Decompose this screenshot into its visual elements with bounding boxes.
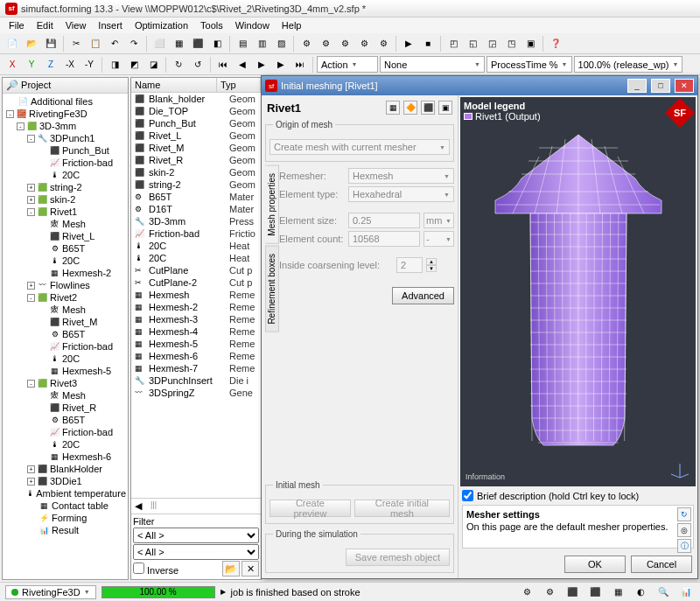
list-item[interactable]: ⬛Rivet_RGeom (131, 154, 261, 166)
menu-window[interactable]: Window (230, 19, 275, 31)
help-icon[interactable]: ❓ (547, 35, 564, 52)
tree-node[interactable]: ⬛Rivet_L (4, 230, 126, 242)
stop-icon[interactable]: ■ (419, 35, 437, 52)
tree-node[interactable]: -🔧3DPunch1 (4, 132, 126, 144)
list-item[interactable]: 🔧3DPunchInsertDie i (131, 374, 261, 387)
win2-icon[interactable]: ◱ (464, 35, 481, 52)
tree-node[interactable]: ⬛Rivet_M (4, 316, 126, 328)
list-item[interactable]: ⬛Punch_ButGeom (131, 117, 261, 129)
first-icon[interactable]: ⏮ (214, 56, 232, 73)
tree-node[interactable]: ⚡Forming (4, 512, 126, 524)
cut-icon[interactable]: ✂ (67, 35, 85, 52)
list-item[interactable]: 〰3DSpringZGene (131, 387, 261, 399)
mesh-viewport[interactable]: Model legend Rivet1 (Output) SF Informat… (460, 97, 696, 486)
win5-icon[interactable]: ▣ (522, 35, 539, 52)
tree-node[interactable]: -🟩3D-3mm (4, 120, 126, 132)
mesh3-icon[interactable]: ▨ (272, 35, 290, 52)
tab-mesh-properties[interactable]: Mesh properties (265, 165, 279, 244)
cancel-button[interactable]: Cancel (631, 556, 692, 573)
tree-node[interactable]: 🕸Mesh (4, 304, 126, 316)
mesh2-icon[interactable]: ▥ (253, 35, 270, 52)
save-remesh-button[interactable]: Save remesh object (346, 549, 450, 566)
tab-refinement-boxes[interactable]: Refinement boxes (265, 246, 279, 332)
axis-x-icon[interactable]: X (4, 56, 21, 73)
list-item[interactable]: ⬛Die_TOPGeom (131, 105, 261, 117)
tree-node[interactable]: +⬛BlankHolder (4, 463, 126, 475)
tree-node[interactable]: ▦Hexmesh-2 (4, 267, 126, 279)
col-type[interactable]: Typ (217, 78, 261, 92)
copy-icon[interactable]: 📋 (87, 35, 104, 52)
list-item[interactable]: 🌡20CHeat (131, 240, 261, 252)
field-combo[interactable]: None▼ (380, 56, 485, 73)
play-icon[interactable]: ▶ (253, 56, 270, 73)
maximize-button[interactable]: □ (651, 79, 670, 93)
view4-icon[interactable]: ◧ (208, 35, 226, 52)
view3-icon[interactable]: ⬛ (189, 35, 206, 52)
redo-icon[interactable]: ↷ (125, 35, 143, 52)
help-info-icon[interactable]: ⓘ (677, 539, 691, 553)
undo-icon[interactable]: ↶ (106, 35, 123, 52)
list-item[interactable]: ⬛skin-2Geom (131, 166, 261, 178)
obj-btn3-icon[interactable]: ⬛ (421, 101, 435, 115)
tree-node[interactable]: ▦Hexmesh-5 (4, 365, 126, 377)
iso1-icon[interactable]: ◨ (106, 56, 123, 73)
tree-node[interactable]: 🌡20C (4, 353, 126, 365)
tree-node[interactable]: ⬛Punch_But (4, 144, 126, 157)
axis-ny-icon[interactable]: -Y (80, 56, 98, 73)
tree-node[interactable]: -🧱RivetingFe3D (4, 108, 126, 120)
tree-node[interactable]: -🟩Rivet1 (4, 206, 126, 218)
menu-help[interactable]: Help (276, 19, 307, 31)
list-item[interactable]: ▦HexmeshReme (131, 289, 261, 301)
tree-node[interactable]: -🟩Rivet2 (4, 291, 126, 304)
filter-select2[interactable]: < All > (133, 544, 259, 560)
list-item[interactable]: ▦Hexmesh-4Reme (131, 325, 261, 338)
create-preview-button[interactable]: Create preview (270, 500, 351, 517)
cfg4-icon[interactable]: ⚙ (355, 35, 373, 52)
sb-icon1[interactable]: ⚙ (518, 584, 536, 601)
tree-node[interactable]: ⚙B65T (4, 414, 126, 426)
rot1-icon[interactable]: ↻ (170, 56, 187, 73)
filter-select1[interactable]: < All > (133, 528, 259, 543)
sb-icon3[interactable]: ⬛ (564, 584, 581, 601)
filter-apply-icon[interactable]: 📂 (222, 561, 240, 577)
dialog-title-bar[interactable]: sf Initial meshing [Rivet1] _ □ ✕ (262, 76, 697, 95)
obj-btn4-icon[interactable]: ▣ (438, 101, 452, 115)
list-item[interactable]: ⬛Rivet_LGeom (131, 129, 261, 142)
menu-insert[interactable]: Insert (93, 19, 128, 31)
ok-button[interactable]: OK (564, 556, 626, 573)
coarse-spin[interactable]: 2 (396, 257, 423, 273)
menu-tools[interactable]: Tools (195, 19, 228, 31)
win1-icon[interactable]: ◰ (444, 35, 462, 52)
object-list[interactable]: ⬛Blank_holderGeom⬛Die_TOPGeom⬛Punch_ButG… (131, 93, 261, 498)
win3-icon[interactable]: ◲ (483, 35, 500, 52)
sb-icon7[interactable]: 🔍 (654, 584, 672, 601)
menu-edit[interactable]: Edit (32, 19, 59, 31)
view1-icon[interactable]: ⬜ (150, 35, 168, 52)
list-item[interactable]: ▦Hexmesh-3Reme (131, 313, 261, 325)
next-icon[interactable]: ▶ (272, 56, 290, 73)
win4-icon[interactable]: ◳ (502, 35, 520, 52)
save-icon[interactable]: 💾 (42, 35, 60, 52)
field2-combo[interactable]: ProcessTime %▼ (486, 56, 572, 73)
open-icon[interactable]: 📂 (23, 35, 40, 52)
run-icon[interactable]: ▶ (400, 35, 417, 52)
tree-node[interactable]: ⬛Rivet_R (4, 402, 126, 414)
zoom-combo[interactable]: 100.0% (release_wp)▼ (574, 56, 683, 73)
tree-node[interactable]: +⬛3DDie1 (4, 475, 126, 487)
sb-icon4[interactable]: ⬛ (586, 584, 604, 601)
axis-y-icon[interactable]: Y (23, 56, 40, 73)
tree-node[interactable]: 📈Friction-bad (4, 426, 126, 438)
menu-view[interactable]: View (60, 19, 92, 31)
tree-node[interactable]: 🌡20C (4, 438, 126, 451)
create-initial-mesh-button[interactable]: Create initial mesh (354, 500, 450, 517)
status-process[interactable]: RivetingFe3D ▼ (5, 585, 96, 599)
tree-node[interactable]: +🟩string-2 (4, 181, 126, 193)
list-item[interactable]: 📈Friction-badFrictio (131, 227, 261, 240)
list-item[interactable]: ⬛string-2Geom (131, 178, 261, 191)
sb-icon5[interactable]: ▦ (609, 584, 626, 601)
menu-optimization[interactable]: Optimization (130, 19, 193, 31)
inverse-check[interactable]: Inverse (133, 563, 178, 576)
iso2-icon[interactable]: ◩ (125, 56, 143, 73)
list-item[interactable]: ▦Hexmesh-7Reme (131, 362, 261, 374)
cfg3-icon[interactable]: ⚙ (336, 35, 354, 52)
